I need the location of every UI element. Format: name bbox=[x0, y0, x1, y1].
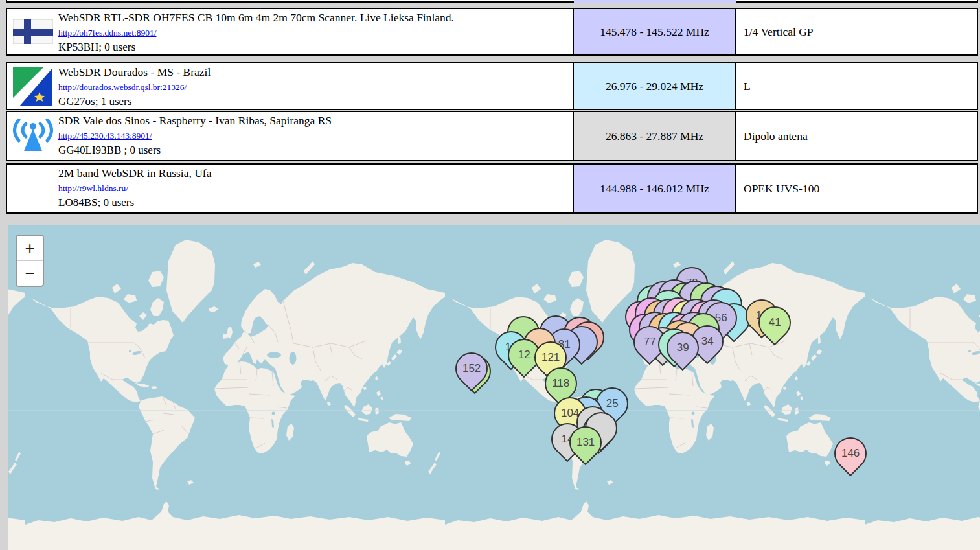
receiver-link[interactable]: http://dourados.websdr.qsl.br:21326/ bbox=[58, 82, 187, 93]
frequency-range: 26.976 - 29.024 MHz bbox=[573, 63, 736, 109]
receiver-description: WebSDR Dourados - MS - Brazil http://dou… bbox=[58, 63, 573, 109]
receiver-title: 2M band WebSDR in Russia, Ufa bbox=[58, 166, 573, 180]
receiver-icon-cell bbox=[7, 112, 58, 160]
map-zoom-control: + − bbox=[16, 235, 44, 287]
world-map[interactable]: 7945697734391241811012121118152251041413… bbox=[8, 225, 980, 550]
receiver-title: WebSDR RTL-SDR OH7FES CB 10m 6m 4m 2m 70… bbox=[58, 11, 573, 25]
receiver-icon-cell bbox=[7, 9, 58, 54]
receiver-description: WebSDR RTL-SDR OH7FES CB 10m 6m 4m 2m 70… bbox=[58, 9, 573, 54]
zoom-in-button[interactable]: + bbox=[17, 236, 43, 261]
antenna-icon bbox=[13, 119, 53, 154]
receiver-locator-users: GG40LI93BB ; 0 users bbox=[58, 144, 573, 157]
receiver-locator-users: GG27os; 1 users bbox=[58, 95, 573, 108]
frequency-range: 144.988 - 146.012 MHz bbox=[573, 165, 736, 212]
receiver-link[interactable]: http://oh7fes.ddns.net:8901/ bbox=[58, 28, 157, 38]
receiver-icon-cell bbox=[7, 165, 58, 212]
receiver-link[interactable]: http://r9wl.hldns.ru/ bbox=[58, 183, 128, 194]
frequency-cell-partial bbox=[574, 0, 736, 3]
receiver-link[interactable]: http://45.230.43.143:8901/ bbox=[58, 131, 152, 141]
mato-grosso-do-sul-flag-icon bbox=[13, 67, 52, 106]
frequency-range: 26.863 - 27.887 MHz bbox=[573, 112, 736, 160]
receiver-locator-users: KP53BH; 0 users bbox=[58, 41, 573, 54]
finland-flag-icon bbox=[13, 19, 53, 44]
frequency-range: 145.478 - 145.522 MHz bbox=[573, 9, 736, 54]
map-cluster-pin[interactable]: 152 bbox=[449, 346, 495, 392]
table-row: 2M band WebSDR in Russia, Ufa http://r9w… bbox=[6, 163, 978, 214]
antenna-description: 1/4 Vertical GP bbox=[736, 9, 977, 54]
table-row: WebSDR RTL-SDR OH7FES CB 10m 6m 4m 2m 70… bbox=[6, 8, 978, 56]
map-cluster-pin[interactable]: 146 bbox=[828, 431, 874, 477]
zoom-out-button[interactable]: − bbox=[17, 261, 43, 286]
receiver-description: 2M band WebSDR in Russia, Ufa http://r9w… bbox=[58, 165, 573, 212]
table-row-partial bbox=[6, 0, 978, 3]
table-row: WebSDR Dourados - MS - Brazil http://dou… bbox=[6, 62, 978, 110]
receiver-locator-users: LO84BS; 0 users bbox=[58, 196, 573, 209]
table-row: SDR Vale dos Sinos - Raspberry - Ivan Ri… bbox=[6, 111, 978, 161]
antenna-description: L bbox=[736, 63, 977, 109]
map-pin-layer: 7945697734391241811012121118152251041413… bbox=[8, 225, 980, 550]
receiver-title: WebSDR Dourados - MS - Brazil bbox=[58, 65, 573, 79]
antenna-description: OPEK UVS-100 bbox=[736, 165, 977, 212]
receiver-title: SDR Vale dos Sinos - Raspberry - Ivan Ri… bbox=[58, 114, 573, 128]
receiver-description: SDR Vale dos Sinos - Raspberry - Ivan Ri… bbox=[58, 112, 573, 160]
receiver-icon-cell bbox=[7, 63, 58, 109]
antenna-description: Dipolo antena bbox=[736, 112, 977, 160]
